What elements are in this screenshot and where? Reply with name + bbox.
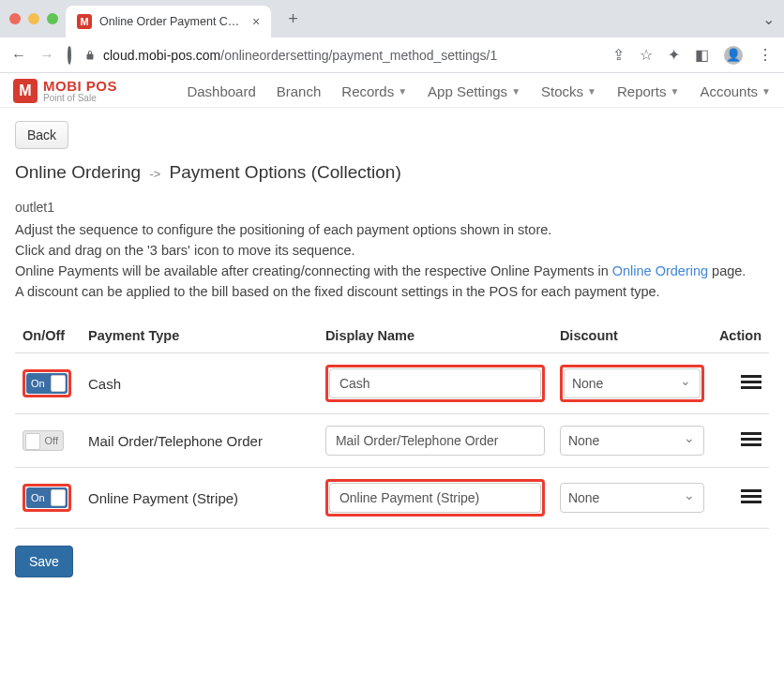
window-close-icon[interactable] bbox=[9, 13, 21, 24]
online-ordering-link[interactable]: Online Ordering bbox=[612, 263, 708, 278]
table-row: OffMail Order/Telephone OrderNone bbox=[15, 414, 769, 468]
close-tab-icon[interactable]: × bbox=[252, 14, 260, 29]
discount-select[interactable]: None bbox=[560, 483, 704, 513]
onoff-toggle[interactable]: Off bbox=[23, 430, 64, 451]
payment-type-label: Online Payment (Stripe) bbox=[81, 468, 318, 529]
toggle-knob-icon bbox=[51, 375, 66, 392]
brand-logo[interactable]: M MOBI POS Point of Sale bbox=[13, 79, 117, 103]
main-nav: DashboardBranchRecords▼App Settings▼Stoc… bbox=[187, 83, 771, 99]
onoff-toggle[interactable]: On bbox=[26, 487, 68, 508]
payment-type-label: Mail Order/Telephone Order bbox=[81, 414, 318, 468]
col-onoff: On/Off bbox=[15, 319, 81, 353]
chevron-down-icon: ▼ bbox=[587, 86, 596, 97]
display-name-input[interactable] bbox=[329, 368, 541, 398]
toggle-knob-icon bbox=[51, 489, 66, 506]
share-icon[interactable]: ⇪ bbox=[612, 46, 625, 64]
discount-select[interactable]: None bbox=[564, 368, 701, 398]
extensions-icon[interactable]: ✦ bbox=[668, 46, 680, 64]
address-bar: ← → cloud.mobi-pos.com/onlineordersettin… bbox=[0, 37, 784, 73]
app-navbar: M MOBI POS Point of Sale DashboardBranch… bbox=[0, 73, 784, 108]
breadcrumb-separator-icon: -> bbox=[149, 167, 160, 181]
browser-chrome: M Online Order Payment Configu × + ⌄ ← →… bbox=[0, 0, 784, 73]
drag-handle-icon[interactable] bbox=[741, 487, 761, 506]
url-field[interactable]: cloud.mobi-pos.com/onlineordersetting/pa… bbox=[84, 48, 599, 63]
table-row: OnOnline Payment (Stripe)None bbox=[15, 468, 769, 529]
payment-type-label: Cash bbox=[81, 353, 318, 414]
window-minimize-icon[interactable] bbox=[28, 13, 39, 24]
col-type: Payment Type bbox=[81, 319, 318, 353]
nav-forward-icon: → bbox=[39, 47, 54, 64]
outlet-name: outlet1 bbox=[15, 200, 769, 215]
tabs-overflow-icon[interactable]: ⌄ bbox=[762, 10, 775, 28]
nav-back-icon[interactable]: ← bbox=[11, 47, 26, 64]
page-title: Online Ordering -> Payment Options (Coll… bbox=[15, 162, 769, 183]
brand-name: MOBI POS bbox=[43, 79, 117, 94]
nav-item-accounts[interactable]: Accounts▼ bbox=[700, 83, 771, 99]
nav-item-branch[interactable]: Branch bbox=[277, 83, 322, 99]
reload-icon[interactable] bbox=[68, 47, 71, 64]
help-line-1: Adjust the sequence to configure the pos… bbox=[15, 220, 769, 241]
payment-methods-table: On/Off Payment Type Display Name Discoun… bbox=[15, 319, 769, 529]
help-line-4: A discount can be applied to the bill ba… bbox=[15, 282, 769, 303]
col-discount: Discount bbox=[552, 319, 712, 353]
lock-icon bbox=[84, 49, 96, 62]
browser-tab[interactable]: M Online Order Payment Configu × bbox=[66, 6, 271, 37]
nav-item-app-settings[interactable]: App Settings▼ bbox=[428, 83, 520, 99]
col-name: Display Name bbox=[318, 319, 552, 353]
table-row: OnCashNone bbox=[15, 353, 769, 414]
page: Back Online Ordering -> Payment Options … bbox=[0, 108, 784, 596]
onoff-toggle[interactable]: On bbox=[26, 373, 68, 394]
payment-methods-body: OnCashNoneOffMail Order/Telephone OrderN… bbox=[15, 353, 769, 529]
help-line-3b: page. bbox=[708, 263, 746, 278]
discount-select[interactable]: None bbox=[560, 426, 704, 456]
display-name-input[interactable] bbox=[329, 483, 541, 513]
window-zoom-icon[interactable] bbox=[47, 13, 58, 24]
panel-icon[interactable]: ◧ bbox=[695, 46, 709, 64]
drag-handle-icon[interactable] bbox=[741, 429, 761, 449]
title-bar: M Online Order Payment Configu × + ⌄ bbox=[0, 0, 784, 37]
help-line-3a: Online Payments will be available after … bbox=[15, 263, 612, 278]
display-name-input[interactable] bbox=[325, 426, 545, 456]
profile-avatar-icon[interactable]: 👤 bbox=[724, 46, 743, 65]
url-path: /onlineordersetting/payment_method_setti… bbox=[220, 48, 497, 63]
nav-item-records[interactable]: Records▼ bbox=[341, 83, 407, 99]
brand-tagline: Point of Sale bbox=[43, 94, 117, 104]
help-line-3: Online Payments will be available after … bbox=[15, 262, 769, 282]
breadcrumb-current: Payment Options (Collection) bbox=[170, 162, 401, 182]
new-tab-icon[interactable]: + bbox=[288, 9, 298, 29]
bookmark-icon[interactable]: ☆ bbox=[640, 46, 653, 64]
chevron-down-icon: ▼ bbox=[761, 86, 771, 97]
chevron-down-icon: ▼ bbox=[670, 86, 679, 97]
nav-item-reports[interactable]: Reports▼ bbox=[617, 83, 679, 99]
nav-item-dashboard[interactable]: Dashboard bbox=[187, 83, 255, 99]
toggle-knob-icon bbox=[25, 433, 40, 450]
help-line-2: Click and drag on the '3 bars' icon to m… bbox=[15, 241, 769, 262]
chevron-down-icon: ▼ bbox=[511, 86, 520, 97]
favicon-icon: M bbox=[77, 14, 92, 29]
brand-mark-icon: M bbox=[13, 79, 38, 103]
url-host: cloud.mobi-pos.com bbox=[103, 48, 220, 63]
save-button[interactable]: Save bbox=[15, 546, 73, 577]
back-button[interactable]: Back bbox=[15, 121, 68, 149]
nav-item-stocks[interactable]: Stocks▼ bbox=[541, 83, 596, 99]
tab-title: Online Order Payment Configu bbox=[99, 15, 245, 28]
chevron-down-icon: ▼ bbox=[398, 86, 407, 97]
kebab-menu-icon[interactable]: ⋮ bbox=[758, 46, 773, 64]
col-action: Action bbox=[712, 319, 769, 353]
breadcrumb-root[interactable]: Online Ordering bbox=[15, 162, 141, 182]
drag-handle-icon[interactable] bbox=[741, 372, 761, 392]
